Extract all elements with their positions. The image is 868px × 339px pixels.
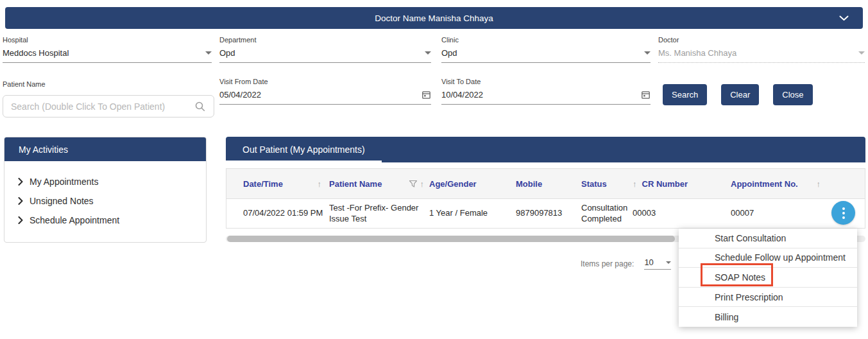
sort-up-icon: ↑ — [817, 179, 821, 189]
column-header-patient-name[interactable]: Patient Name ↑ — [329, 179, 429, 189]
visit-to-label: Visit To Date — [441, 78, 651, 85]
visit-to-input[interactable]: 10/04/2022 — [441, 90, 651, 105]
menu-item-print-prescription[interactable]: Print Prescription — [679, 288, 857, 308]
doctor-select-disabled: Ms. Manisha Chhaya — [658, 48, 865, 63]
clinic-field: Clinic Opd — [441, 36, 651, 63]
column-header-appointment-no[interactable]: Appointment No. ↑ — [731, 179, 833, 189]
patient-search-box — [3, 95, 214, 117]
department-field: Department Opd — [219, 36, 431, 63]
items-per-page-select[interactable]: 10 — [644, 257, 671, 270]
table-row[interactable]: 07/04/2022 01:59 PM Test -For Prefix- Ge… — [226, 199, 865, 228]
appointments-tab-bar: Out Patient (My Appointments) — [226, 137, 865, 162]
doctor-value: Ms. Manisha Chhaya — [658, 48, 736, 58]
sidebar-item-label: My Appointments — [30, 177, 98, 187]
column-label: Age/Gender — [429, 179, 477, 189]
horizontal-scrollbar-thumb[interactable] — [227, 236, 675, 242]
items-per-page-value: 10 — [644, 257, 653, 267]
chevron-down-icon[interactable] — [839, 15, 849, 21]
sort-up-icon: ↑ — [318, 179, 322, 189]
visit-from-field: Visit From Date 05/04/2022 — [219, 78, 431, 105]
search-icon[interactable] — [194, 101, 206, 112]
chevron-right-icon — [18, 216, 23, 224]
clinic-select[interactable]: Opd — [441, 48, 651, 63]
department-select[interactable]: Opd — [219, 48, 431, 63]
active-tab-underline — [226, 161, 382, 162]
column-label: Status — [581, 179, 607, 189]
hospital-value: Meddocs Hospital — [3, 48, 69, 58]
row-actions-menu: Start Consultation Schedule Follow up Ap… — [679, 229, 857, 327]
sidebar-item-unsigned-notes[interactable]: Unsigned Notes — [4, 191, 206, 211]
dropdown-arrow-icon — [858, 51, 865, 55]
column-label: Date/Time — [243, 179, 283, 189]
menu-item-schedule-follow-up-appointment[interactable]: Schedule Follow up Appointment — [679, 248, 857, 268]
column-header-cr-number[interactable]: ↑ CR Number — [633, 179, 731, 189]
opd-appointments-screen: Doctor Name Manisha Chhaya Hospital Medd… — [0, 0, 868, 339]
visit-from-input[interactable]: 05/04/2022 — [219, 90, 431, 105]
hospital-select[interactable]: Meddocs Hospital — [3, 48, 212, 63]
appointments-table: Date/Time ↑ Patient Name ↑ Age/Gender Mo… — [226, 168, 865, 229]
tab-label: Out Patient (My Appointments) — [243, 144, 365, 155]
sidebar-item-label: Schedule Appointment — [30, 215, 119, 225]
sort-up-icon: ↑ — [420, 179, 425, 189]
patient-search-input[interactable] — [11, 101, 194, 112]
column-header-date-time[interactable]: Date/Time ↑ — [243, 179, 329, 189]
chevron-right-icon — [18, 178, 23, 186]
column-header-mobile[interactable]: Mobile — [516, 179, 581, 189]
paginator: Items per page: 10 — [581, 257, 671, 270]
filter-buttons: Search Clear Close — [663, 84, 813, 105]
visit-from-value: 05/04/2022 — [219, 90, 261, 100]
department-label: Department — [219, 36, 431, 44]
menu-item-billing[interactable]: Billing — [679, 307, 857, 327]
my-activities-panel: My Activities My Appointments Unsigned N… — [4, 137, 207, 243]
chevron-right-icon — [18, 197, 23, 205]
cell-age-gender: 1 Year / Female — [429, 208, 516, 218]
column-label: Patient Name — [329, 179, 382, 189]
close-button[interactable]: Close — [773, 84, 812, 105]
dropdown-arrow-icon — [205, 51, 212, 55]
column-label: Mobile — [516, 179, 542, 189]
dropdown-arrow-icon — [644, 51, 651, 55]
clinic-label: Clinic — [441, 36, 651, 44]
menu-item-soap-notes[interactable]: SOAP Notes — [679, 268, 857, 288]
dropdown-arrow-icon — [425, 51, 431, 55]
cell-patient-name: Test -For Prefix- Gender Issue Test — [329, 203, 429, 224]
doctor-field: Doctor Ms. Manisha Chhaya — [658, 36, 865, 63]
calendar-icon[interactable] — [421, 90, 431, 100]
hospital-field: Hospital Meddocs Hospital — [3, 36, 212, 63]
visit-from-label: Visit From Date — [219, 78, 431, 85]
cell-appointment-no: 00007 — [731, 208, 833, 218]
hospital-label: Hospital — [3, 36, 212, 44]
row-actions-kebab-button[interactable] — [831, 201, 855, 225]
sidebar-item-my-appointments[interactable]: My Appointments — [4, 172, 206, 191]
sidebar-item-schedule-appointment[interactable]: Schedule Appointment — [4, 211, 206, 230]
cell-mobile: 9879097813 — [516, 208, 581, 218]
cell-status: Consultation Completed — [581, 203, 633, 224]
patient-name-field: Patient Name — [3, 80, 46, 88]
doctor-label: Doctor — [658, 36, 865, 44]
my-activities-list: My Appointments Unsigned Notes Schedule … — [4, 161, 206, 242]
filter-funnel-icon[interactable] — [409, 180, 418, 188]
items-per-page-label: Items per page: — [581, 259, 634, 270]
calendar-icon[interactable] — [641, 90, 651, 100]
column-header-age-gender[interactable]: Age/Gender — [429, 179, 516, 189]
menu-item-start-consultation[interactable]: Start Consultation — [679, 229, 857, 248]
search-button[interactable]: Search — [663, 84, 707, 105]
column-header-status[interactable]: Status — [581, 179, 633, 189]
doctor-header-bar: Doctor Name Manisha Chhaya — [5, 7, 863, 29]
clear-button[interactable]: Clear — [721, 84, 759, 105]
my-activities-title: My Activities — [4, 137, 206, 161]
sidebar-item-label: Unsigned Notes — [30, 196, 94, 206]
doctor-header-title: Doctor Name Manisha Chhaya — [375, 13, 493, 23]
visit-to-field: Visit To Date 10/04/2022 — [441, 78, 651, 105]
cell-cr-number: 00003 — [633, 208, 731, 218]
column-label: Appointment No. — [731, 179, 798, 189]
tab-out-patient-my-appointments[interactable]: Out Patient (My Appointments) — [226, 137, 382, 162]
department-value: Opd — [219, 48, 235, 58]
visit-to-value: 10/04/2022 — [441, 90, 483, 100]
table-header-row: Date/Time ↑ Patient Name ↑ Age/Gender Mo… — [226, 169, 865, 199]
patient-name-label: Patient Name — [3, 80, 46, 88]
column-label: CR Number — [642, 179, 688, 189]
clinic-value: Opd — [441, 48, 457, 58]
cell-date-time: 07/04/2022 01:59 PM — [243, 208, 329, 218]
dropdown-arrow-icon — [666, 261, 671, 264]
